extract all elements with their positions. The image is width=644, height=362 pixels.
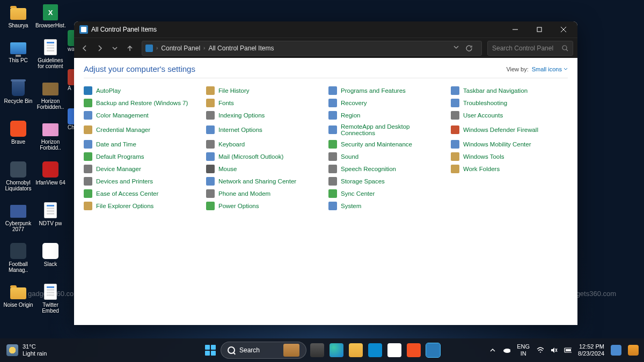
control-panel-item[interactable]: Default Programs [84,152,201,161]
control-panel-item[interactable]: Color Management [84,110,201,120]
control-panel-item[interactable]: Programs and Features [328,86,445,95]
viewby-dropdown[interactable]: Small icons [532,66,568,72]
control-panel-item[interactable]: Taskbar and Navigation [451,86,568,95]
forward-button[interactable] [93,42,106,55]
refresh-icon[interactable] [465,45,473,52]
control-panel-item[interactable]: Network and Sharing Center [206,176,323,186]
desktop-icon-label: Horizon Forbidden.. [35,98,65,110]
desktop-icon[interactable]: Football Manag.. [3,242,33,273]
cp-item-icon [206,111,215,120]
control-panel-item[interactable]: Devices and Printers [84,176,201,186]
control-panel-item[interactable]: Fonts [206,98,323,108]
start-button[interactable] [202,342,218,358]
control-panel-item[interactable]: Recovery [328,98,445,108]
desktop-icon[interactable]: Guidelines for content [35,38,65,69]
desktop-icon-partial[interactable]: wat [68,30,74,54]
control-panel-item[interactable]: Keyboard [206,139,323,149]
task-view-icon[interactable] [310,343,324,357]
back-button[interactable] [78,42,91,55]
control-panel-item[interactable]: Backup and Restore (Windows 7) [84,98,201,108]
control-panel-item[interactable]: Windows Mobility Center [451,139,568,149]
watermark-bar: gadgets360.comgadgets360.comgadgets360.c… [0,290,644,300]
control-panel-item[interactable]: Indexing Options [206,110,323,120]
edge-icon[interactable] [330,343,343,357]
close-button[interactable] [551,21,575,38]
notification-icon[interactable] [611,345,621,356]
brave-icon[interactable] [407,343,421,357]
desktop-icon-glyph: X [41,3,60,21]
wifi-icon[interactable] [536,346,544,354]
control-panel-item[interactable]: Device Manager [84,164,201,174]
control-panel-item[interactable]: Speech Recognition [328,164,445,174]
taskbar-search[interactable]: Search [221,342,306,359]
search-icon [562,45,568,51]
desktop-icon[interactable]: XBrowserHist.. [35,3,65,28]
desktop-icon[interactable]: Slack [35,242,65,273]
control-panel-item[interactable]: Internet Options [206,123,323,137]
cp-item-icon [451,140,459,149]
cp-item-label: Region [341,112,360,119]
up-button[interactable] [123,42,136,55]
breadcrumb-item[interactable]: Control Panel [161,45,200,52]
weather-widget[interactable]: 31°C Light rain [0,343,53,357]
desktop-icon[interactable]: Shaurya [3,3,33,28]
clock[interactable]: 12:52 PM 8/23/2024 [578,343,604,357]
address-bar[interactable]: › Control Panel › All Control Panel Item… [142,41,482,56]
game-bar-icon[interactable] [628,345,639,356]
control-panel-item[interactable]: Credential Manager [84,123,201,137]
desktop-icon[interactable]: Horizon Forbidden.. [35,79,65,110]
desktop-icon[interactable]: Horizon Forbidd.. [35,120,65,151]
desktop-icon[interactable]: IrfanView 64 [35,160,65,191]
tray-expand-icon[interactable] [489,346,496,354]
control-panel-item[interactable]: Windows Tools [451,152,568,161]
control-panel-item[interactable]: Troubleshooting [451,98,568,108]
control-panel-item[interactable]: Work Folders [451,164,568,174]
store-icon[interactable] [368,343,382,357]
title-bar[interactable]: All Control Panel Items [74,21,577,38]
control-panel-item[interactable]: File History [206,86,323,95]
desktop-icon-partial[interactable]: A [68,69,74,93]
control-panel-item[interactable]: AutoPlay [84,86,201,95]
language-indicator[interactable]: ENG IN [517,343,530,357]
breadcrumb-item[interactable]: All Control Panel Items [208,45,274,52]
control-panel-item[interactable]: RemoteApp and Desktop Connections [328,123,445,137]
control-panel-item[interactable]: Storage Spaces [328,176,445,186]
control-panel-icon[interactable] [426,343,440,357]
desktop-icon[interactable]: This PC [3,38,33,69]
control-panel-item[interactable]: System [328,201,445,211]
cp-item-label: Indexing Options [218,112,265,119]
control-panel-item[interactable]: Sync Center [328,189,445,198]
control-panel-item[interactable]: User Accounts [451,110,568,120]
desktop-icon-label: Horizon Forbidd.. [35,139,65,151]
control-panel-item[interactable]: Mail (Microsoft Outlook) [206,152,323,161]
address-dropdown-icon[interactable] [453,45,459,52]
cp-item-label: Backup and Restore (Windows 7) [96,100,188,106]
control-panel-item[interactable]: Region [328,110,445,120]
control-panel-item[interactable]: Security and Maintenance [328,139,445,149]
copilot-icon[interactable] [387,343,401,357]
cp-item-label: Troubleshooting [463,100,507,106]
control-panel-item[interactable]: Power Options [206,201,323,211]
maximize-button[interactable] [527,21,551,38]
control-panel-item[interactable]: Sound [328,152,445,161]
desktop-icon-glyph [41,201,60,219]
control-panel-item[interactable]: Ease of Access Center [84,189,201,198]
battery-icon[interactable] [564,346,572,354]
desktop-icon-partial[interactable]: Chr [68,108,74,132]
control-panel-item[interactable]: File Explorer Options [84,201,201,211]
explorer-icon[interactable] [349,343,363,357]
volume-icon[interactable] [550,346,558,354]
desktop-icon[interactable]: Chornobyl Liquidators [3,160,33,191]
desktop-icon[interactable]: Recycle Bin [3,79,33,110]
search-input[interactable]: Search Control Panel [487,41,573,56]
desktop-icon[interactable]: Cyberpunk 2077 [3,201,33,232]
control-panel-item[interactable]: Date and Time [84,139,201,149]
control-panel-item[interactable]: Phone and Modem [206,189,323,198]
onedrive-icon[interactable] [503,346,510,354]
recent-button[interactable] [108,42,121,55]
control-panel-item[interactable]: Windows Defender Firewall [451,123,568,137]
desktop-icon[interactable]: Brave [3,120,33,151]
desktop-icon[interactable]: NDTV pw [35,201,65,232]
minimize-button[interactable] [503,21,527,38]
control-panel-item[interactable]: Mouse [206,164,323,174]
